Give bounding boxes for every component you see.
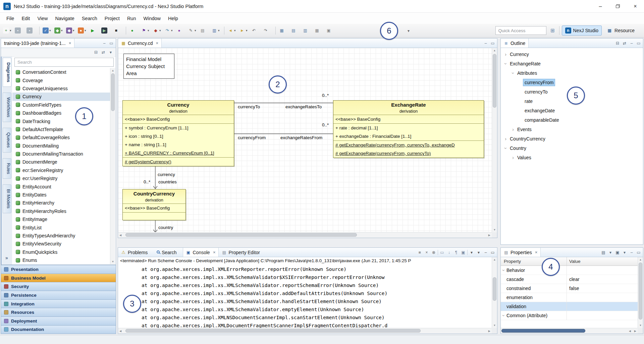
scroll-right-icon[interactable]: ▶ <box>488 330 490 333</box>
collapse-all-icon[interactable]: ⊟ <box>93 49 99 56</box>
redo-icon[interactable]: ↷ <box>262 26 273 35</box>
model-list-item[interactable]: EntityDates <box>12 191 115 199</box>
editor-vscrollbar[interactable]: ▲ ▼ <box>492 48 497 232</box>
menu-item[interactable]: Run <box>123 14 140 23</box>
properties-vscrollbar[interactable]: ▲ ▼ <box>638 257 643 328</box>
word-wrap-icon[interactable]: ¶ <box>453 249 459 256</box>
outline-tab[interactable]: Outline <box>501 39 529 48</box>
minimize-button[interactable]: – <box>592 0 609 12</box>
view-menu-icon[interactable]: ▾ <box>622 249 628 256</box>
table-tool-icon[interactable]: ▦ <box>278 26 289 35</box>
doc-tool-icon[interactable]: ▤ <box>199 26 210 35</box>
filter-icon[interactable]: ▾ <box>607 249 613 256</box>
explorer-scrollbar[interactable]: ▲ ▼ <box>110 68 115 264</box>
toolbar-button[interactable] <box>275 26 276 35</box>
twistie-icon[interactable]: › <box>503 61 508 67</box>
console-hscrollbar[interactable]: ◀ ▶ <box>118 328 492 334</box>
run-icon[interactable]: ▶ <box>89 26 100 35</box>
perspective-resource[interactable]: ▦ Resource <box>603 25 638 36</box>
menu-item[interactable]: Edit <box>18 14 34 23</box>
class-currency[interactable]: Currency derivation <<base>> BaseConfig … <box>122 100 234 166</box>
diagram-note[interactable]: Financial ModelCurrency SubjectArea <box>123 54 174 79</box>
close-icon[interactable]: × <box>535 250 538 255</box>
layer-item[interactable]: Deployment <box>1 317 116 325</box>
minimize-view-icon[interactable]: – <box>629 249 635 256</box>
toolbar-button[interactable] <box>39 26 40 35</box>
outline-node[interactable]: › Currency <box>501 50 643 59</box>
twistie-icon[interactable]: › <box>511 70 516 76</box>
scrollbar-thumb[interactable] <box>493 277 496 301</box>
scrollbar-thumb[interactable] <box>125 233 357 237</box>
property-value[interactable] <box>567 293 638 302</box>
model-list-item[interactable]: CustomFieldTypes <box>12 101 115 109</box>
scrollbar-thumb[interactable] <box>501 329 585 333</box>
scheme-console-icon[interactable]: ● <box>128 26 140 35</box>
close-icon[interactable]: × <box>69 41 71 46</box>
outline-node[interactable]: › ExchangeRate <box>501 59 643 68</box>
model-tool-icon[interactable]: ◆ ▾ <box>54 26 65 35</box>
scroll-up-icon[interactable]: ▲ <box>110 69 115 72</box>
class-exchangerate[interactable]: ExchangeRate derivation <<base>> BaseCon… <box>333 100 484 158</box>
menu-item[interactable]: Search <box>78 14 101 23</box>
twistie-icon[interactable]: › <box>510 127 516 132</box>
twistie-icon[interactable]: › <box>510 155 516 160</box>
scroll-up-icon[interactable]: ▲ <box>492 49 497 52</box>
twistie-icon[interactable]: › <box>503 136 508 141</box>
layout-tool-icon[interactable]: ▣ <box>325 26 336 35</box>
stop-icon[interactable]: ■ <box>112 26 123 35</box>
window-tool-icon[interactable]: ▥ ▾ <box>211 26 222 35</box>
refresh-tool-icon[interactable]: ↷ ▾ <box>164 26 175 35</box>
scroll-left-icon[interactable]: ◀ <box>629 330 631 333</box>
terminate-icon[interactable]: ■ <box>417 249 423 256</box>
back-icon[interactable]: ◄ ▾ <box>227 26 238 35</box>
minimize-view-icon[interactable]: – <box>483 40 489 47</box>
mesh-tool-icon[interactable]: ◆ ▾ <box>65 26 76 35</box>
forward-icon[interactable]: ► ▾ <box>238 26 250 35</box>
editor-tab[interactable]: Currency.cd × <box>118 39 162 48</box>
grid-tool-icon[interactable]: ▦ <box>313 26 324 35</box>
outline-node[interactable]: comparableDate <box>501 115 643 125</box>
outline-node[interactable]: › Values <box>501 153 643 162</box>
scroll-left-icon[interactable]: ◀ <box>119 330 121 333</box>
outline-node[interactable]: › Country <box>501 144 643 153</box>
model-list-item[interactable]: ConversationContext <box>12 68 115 76</box>
save-icon[interactable]: ▪ <box>14 26 25 35</box>
scroll-down-icon[interactable]: ▼ <box>492 324 497 327</box>
property-row[interactable]: constrained false <box>501 284 638 293</box>
user-tool-icon[interactable]: ● ▾ <box>77 26 88 35</box>
model-list-item[interactable]: EntityHierarchy <box>12 199 115 207</box>
model-list-item[interactable]: CoverageUniqueness <box>12 84 115 93</box>
model-list-item[interactable]: EntityHierarchyRoles <box>12 207 115 215</box>
property-value[interactable]: false <box>567 284 638 293</box>
toolbar-button[interactable] <box>126 26 126 35</box>
side-tab[interactable]: Rules <box>3 158 11 179</box>
outline-node[interactable]: exchangeDate <box>501 106 643 115</box>
maximize-view-icon[interactable]: ▭ <box>490 249 496 256</box>
minimize-view-icon[interactable]: – <box>629 40 635 47</box>
scroll-up-icon[interactable]: ▲ <box>638 258 643 261</box>
scroll-down-icon[interactable]: ▼ <box>492 228 497 231</box>
search-input[interactable] <box>14 58 114 67</box>
twistie-icon[interactable]: › <box>501 313 506 319</box>
model-list-item[interactable]: DefaultCoverageRoles <box>12 133 115 141</box>
menu-item[interactable]: File <box>3 14 18 23</box>
model-list-item[interactable]: Coverage <box>12 76 115 84</box>
maximize-view-icon[interactable]: ▭ <box>636 40 642 47</box>
restore-button[interactable] <box>609 0 627 12</box>
remove-all-launches-icon[interactable]: ⊗ <box>431 249 437 256</box>
menu-item[interactable]: Window <box>140 14 164 23</box>
scroll-down-icon[interactable]: ▼ <box>638 324 643 327</box>
menu-item[interactable]: Navigate <box>52 14 78 23</box>
model-list-item[interactable]: EntityList <box>12 223 115 231</box>
property-value[interactable] <box>567 311 638 320</box>
scroll-down-icon[interactable]: ▼ <box>110 260 115 263</box>
property-value[interactable] <box>567 302 638 311</box>
side-tab-overflow[interactable]: » <box>5 255 8 261</box>
close-icon[interactable]: × <box>156 41 158 46</box>
outline-node[interactable]: › Events <box>501 125 643 134</box>
model-list-item[interactable]: EntityTypesAndHierarchy <box>12 232 115 240</box>
pin-icon[interactable]: ▣ <box>614 249 621 256</box>
layer-item[interactable]: Documentation <box>1 325 116 334</box>
scroll-left-icon[interactable]: ◀ <box>119 234 121 237</box>
model-list-item[interactable]: EntityViewSecurity <box>12 240 115 248</box>
